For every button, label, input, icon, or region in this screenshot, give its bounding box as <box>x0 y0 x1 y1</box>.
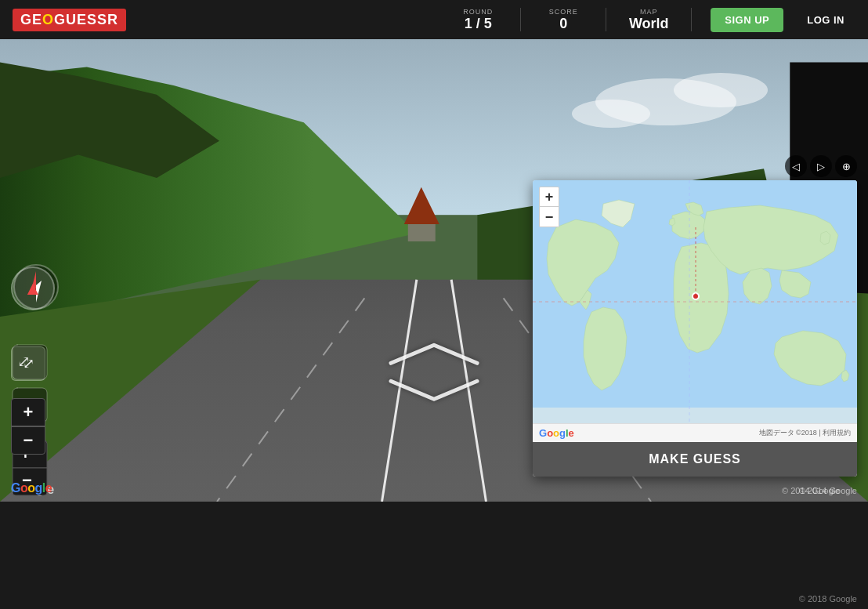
map-value: World <box>629 16 669 32</box>
map-zoom-in-button[interactable]: + <box>539 187 559 207</box>
score-value: 0 <box>559 16 567 32</box>
round-value: 1 / 5 <box>465 16 492 32</box>
sv-zoom-out-button[interactable]: − <box>11 426 45 455</box>
login-button[interactable]: LOG IN <box>796 8 855 32</box>
sv-zoom-controls: + − <box>11 398 45 455</box>
google-watermark: Google <box>11 481 52 495</box>
map-zoom-controls: + − <box>539 187 559 227</box>
map-footer: Google 地図データ ©2018 | 利用規約 <box>533 423 857 442</box>
score-label: SCORE <box>549 8 578 16</box>
map-stat: MAP World <box>625 8 672 32</box>
expand-icon: ⤢ <box>23 355 34 372</box>
round-label: ROUND <box>463 8 493 16</box>
compass-icon: ▲ <box>24 277 42 299</box>
map-content[interactable]: + − <box>533 180 857 423</box>
map-copyright: 地図データ ©2018 | 利用規約 <box>759 428 852 438</box>
logo: GEOGUESSR <box>13 9 126 31</box>
map-zoom-out-button[interactable]: − <box>539 207 559 227</box>
header-divider-3 <box>691 8 692 31</box>
expand-button[interactable]: ⤢ <box>11 346 45 381</box>
map-expand-button[interactable]: ⊕ <box>835 155 857 177</box>
round-stat: ROUND 1 / 5 <box>454 8 501 32</box>
world-map[interactable] <box>533 180 857 423</box>
sv-zoom-in-button[interactable]: + <box>11 398 45 426</box>
header-divider-2 <box>606 8 606 31</box>
logo-area: GEOGUESSR <box>13 9 126 31</box>
map-top-controls: ◁ ▷ ⊕ <box>785 155 857 177</box>
sv-copyright: © 2014 Google <box>799 486 857 495</box>
map-nav-back-button[interactable]: ◁ <box>785 155 807 177</box>
compass-button[interactable]: ▲ <box>11 266 55 310</box>
bottom-copyright: © 2018 Google <box>799 588 857 609</box>
header-divider-1 <box>520 8 521 31</box>
map-nav-forward-button[interactable]: ▷ <box>810 155 832 177</box>
logo-o: O <box>42 12 54 27</box>
score-stat: SCORE 0 <box>540 8 587 32</box>
map-label: MAP <box>640 8 658 16</box>
map-google-logo: Google <box>539 427 574 439</box>
header: GEOGUESSR ROUND 1 / 5 SCORE 0 MAP World … <box>0 0 868 39</box>
signup-button[interactable]: SIGN UP <box>711 8 783 32</box>
make-guess-button[interactable]: MAKE GUESS <box>533 442 857 477</box>
map-panel: + − <box>533 180 857 477</box>
